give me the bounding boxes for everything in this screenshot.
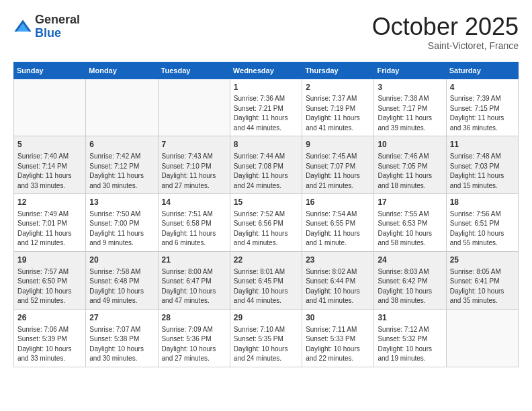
day-info: Sunrise: 8:02 AMSunset: 6:44 PMDaylight:…	[306, 267, 370, 306]
calendar-cell: 19Sunrise: 7:57 AMSunset: 6:50 PMDayligh…	[14, 251, 86, 309]
day-info: Sunrise: 7:39 AMSunset: 7:15 PMDaylight:…	[450, 94, 515, 133]
day-header-monday: Monday	[86, 62, 158, 79]
day-header-wednesday: Wednesday	[230, 62, 302, 79]
day-info: Sunrise: 7:44 AMSunset: 7:08 PMDaylight:…	[234, 152, 298, 191]
calendar-cell	[446, 309, 518, 367]
calendar-cell: 13Sunrise: 7:50 AMSunset: 7:00 PMDayligh…	[86, 194, 158, 252]
calendar-cell: 2Sunrise: 7:37 AMSunset: 7:19 PMDaylight…	[302, 79, 374, 136]
day-number: 6	[89, 139, 154, 150]
logo-general-text: General	[35, 13, 80, 27]
day-number: 20	[89, 255, 154, 266]
calendar-cell: 25Sunrise: 8:05 AMSunset: 6:41 PMDayligh…	[446, 251, 518, 309]
calendar-cell: 29Sunrise: 7:10 AMSunset: 5:35 PMDayligh…	[230, 309, 302, 367]
day-info: Sunrise: 7:11 AMSunset: 5:33 PMDaylight:…	[306, 325, 370, 364]
day-info: Sunrise: 7:36 AMSunset: 7:21 PMDaylight:…	[234, 94, 298, 133]
calendar-cell: 20Sunrise: 7:58 AMSunset: 6:48 PMDayligh…	[86, 251, 158, 309]
calendar-cell: 24Sunrise: 8:03 AMSunset: 6:42 PMDayligh…	[374, 251, 446, 309]
day-info: Sunrise: 7:49 AMSunset: 7:01 PMDaylight:…	[17, 210, 82, 248]
day-info: Sunrise: 7:46 AMSunset: 7:05 PMDaylight:…	[378, 152, 442, 191]
calendar-cell: 11Sunrise: 7:48 AMSunset: 7:03 PMDayligh…	[446, 136, 518, 194]
calendar-cell: 12Sunrise: 7:49 AMSunset: 7:01 PMDayligh…	[14, 194, 86, 252]
month-title: October 2025	[372, 13, 519, 40]
day-info: Sunrise: 7:51 AMSunset: 6:58 PMDaylight:…	[162, 210, 226, 248]
logo-text: General Blue	[35, 13, 80, 40]
calendar-week-3: 12Sunrise: 7:49 AMSunset: 7:01 PMDayligh…	[14, 194, 519, 252]
calendar-cell: 31Sunrise: 7:12 AMSunset: 5:32 PMDayligh…	[374, 309, 446, 367]
calendar-cell: 26Sunrise: 7:06 AMSunset: 5:39 PMDayligh…	[14, 309, 86, 367]
day-number: 24	[378, 255, 442, 266]
day-number: 16	[306, 197, 370, 208]
calendar-week-1: 1Sunrise: 7:36 AMSunset: 7:21 PMDaylight…	[14, 79, 519, 136]
day-number: 23	[306, 255, 370, 266]
day-number: 1	[234, 82, 298, 93]
day-info: Sunrise: 7:52 AMSunset: 6:56 PMDaylight:…	[234, 210, 298, 248]
day-info: Sunrise: 7:06 AMSunset: 5:39 PMDaylight:…	[17, 325, 82, 364]
logo: General Blue	[13, 13, 80, 40]
calendar-cell: 10Sunrise: 7:46 AMSunset: 7:05 PMDayligh…	[374, 136, 446, 194]
day-number: 22	[234, 255, 298, 266]
day-number: 27	[89, 312, 154, 324]
day-info: Sunrise: 7:43 AMSunset: 7:10 PMDaylight:…	[162, 152, 226, 191]
calendar-cell: 1Sunrise: 7:36 AMSunset: 7:21 PMDaylight…	[230, 79, 302, 136]
day-info: Sunrise: 7:10 AMSunset: 5:35 PMDaylight:…	[234, 325, 298, 364]
day-header-sunday: Sunday	[14, 62, 86, 79]
day-number: 29	[234, 312, 298, 324]
day-number: 15	[234, 197, 298, 208]
logo-blue-text: Blue	[35, 27, 80, 40]
calendar-header-row: SundayMondayTuesdayWednesdayThursdayFrid…	[14, 62, 519, 79]
day-number: 19	[17, 255, 82, 266]
calendar-cell: 27Sunrise: 7:07 AMSunset: 5:38 PMDayligh…	[86, 309, 158, 367]
calendar-week-2: 5Sunrise: 7:40 AMSunset: 7:14 PMDaylight…	[14, 136, 519, 194]
day-info: Sunrise: 8:01 AMSunset: 6:45 PMDaylight:…	[234, 267, 298, 306]
calendar-cell: 28Sunrise: 7:09 AMSunset: 5:36 PMDayligh…	[158, 309, 230, 367]
calendar-cell: 16Sunrise: 7:54 AMSunset: 6:55 PMDayligh…	[302, 194, 374, 252]
day-info: Sunrise: 7:54 AMSunset: 6:55 PMDaylight:…	[306, 210, 370, 248]
day-number: 3	[378, 82, 442, 93]
calendar-cell: 30Sunrise: 7:11 AMSunset: 5:33 PMDayligh…	[302, 309, 374, 367]
calendar-cell: 18Sunrise: 7:56 AMSunset: 6:51 PMDayligh…	[446, 194, 518, 252]
day-header-thursday: Thursday	[302, 62, 374, 79]
calendar-cell	[86, 79, 158, 136]
day-number: 9	[306, 139, 370, 150]
calendar-cell: 15Sunrise: 7:52 AMSunset: 6:56 PMDayligh…	[230, 194, 302, 252]
calendar-cell: 22Sunrise: 8:01 AMSunset: 6:45 PMDayligh…	[230, 251, 302, 309]
day-number: 11	[450, 139, 515, 150]
logo-icon	[13, 17, 32, 36]
day-info: Sunrise: 7:42 AMSunset: 7:12 PMDaylight:…	[89, 152, 154, 191]
day-info: Sunrise: 7:37 AMSunset: 7:19 PMDaylight:…	[306, 94, 370, 133]
day-number: 17	[378, 197, 442, 208]
day-number: 18	[450, 197, 515, 208]
calendar-cell	[14, 79, 86, 136]
calendar-week-4: 19Sunrise: 7:57 AMSunset: 6:50 PMDayligh…	[14, 251, 519, 309]
day-info: Sunrise: 8:05 AMSunset: 6:41 PMDaylight:…	[450, 267, 515, 306]
calendar-cell: 9Sunrise: 7:45 AMSunset: 7:07 PMDaylight…	[302, 136, 374, 194]
calendar-cell: 17Sunrise: 7:55 AMSunset: 6:53 PMDayligh…	[374, 194, 446, 252]
day-info: Sunrise: 8:00 AMSunset: 6:47 PMDaylight:…	[162, 267, 226, 306]
day-number: 4	[450, 82, 515, 93]
day-info: Sunrise: 7:50 AMSunset: 7:00 PMDaylight:…	[89, 210, 154, 248]
title-block: October 2025 Saint-Victoret, France	[372, 13, 519, 51]
day-header-tuesday: Tuesday	[158, 62, 230, 79]
day-info: Sunrise: 7:38 AMSunset: 7:17 PMDaylight:…	[378, 94, 442, 133]
day-number: 7	[162, 139, 226, 150]
day-number: 31	[378, 312, 442, 324]
day-header-friday: Friday	[374, 62, 446, 79]
day-info: Sunrise: 7:55 AMSunset: 6:53 PMDaylight:…	[378, 210, 442, 248]
day-info: Sunrise: 7:56 AMSunset: 6:51 PMDaylight:…	[450, 210, 515, 248]
day-number: 26	[17, 312, 82, 324]
calendar-cell	[158, 79, 230, 136]
calendar-cell: 3Sunrise: 7:38 AMSunset: 7:17 PMDaylight…	[374, 79, 446, 136]
day-number: 30	[306, 312, 370, 324]
day-number: 12	[17, 197, 82, 208]
day-info: Sunrise: 7:40 AMSunset: 7:14 PMDaylight:…	[17, 152, 82, 191]
calendar-cell: 7Sunrise: 7:43 AMSunset: 7:10 PMDaylight…	[158, 136, 230, 194]
day-info: Sunrise: 7:48 AMSunset: 7:03 PMDaylight:…	[450, 152, 515, 191]
day-number: 25	[450, 255, 515, 266]
day-info: Sunrise: 7:58 AMSunset: 6:48 PMDaylight:…	[89, 267, 154, 306]
day-number: 2	[306, 82, 370, 93]
day-info: Sunrise: 7:07 AMSunset: 5:38 PMDaylight:…	[89, 325, 154, 364]
calendar-cell: 4Sunrise: 7:39 AMSunset: 7:15 PMDaylight…	[446, 79, 518, 136]
day-number: 8	[234, 139, 298, 150]
day-info: Sunrise: 7:12 AMSunset: 5:32 PMDaylight:…	[378, 325, 442, 364]
location: Saint-Victoret, France	[372, 40, 519, 51]
